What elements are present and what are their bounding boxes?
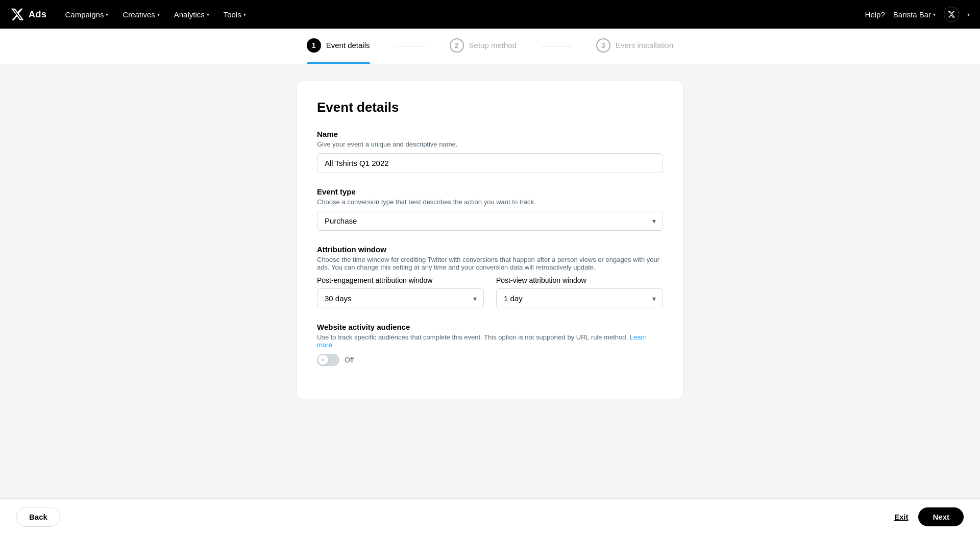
post-engagement-select[interactable]: 1 day 3 days 7 days 14 days 30 days	[317, 288, 484, 308]
help-link[interactable]: Help?	[865, 10, 885, 19]
x-logo-icon	[10, 7, 24, 21]
chevron-down-icon: ▾	[933, 12, 936, 17]
step-2-label: Setup method	[469, 41, 517, 50]
post-view-select[interactable]: 1 day 3 days 7 days 14 days 30 days	[496, 288, 663, 308]
step-event-installation[interactable]: 3 Event installation	[596, 38, 673, 55]
attribution-hint: Choose the time window for crediting Twi…	[317, 256, 663, 271]
footer-right: Exit Next	[894, 507, 964, 526]
nav-links: Campaigns ▾ Creatives ▾ Analytics ▾ Tool…	[59, 7, 861, 22]
nav-tools[interactable]: Tools ▾	[217, 7, 252, 22]
x-icon	[947, 10, 955, 18]
attribution-window-field-group: Attribution window Choose the time windo…	[317, 245, 663, 308]
post-engagement-col: Post-engagement attribution window 1 day…	[317, 276, 484, 308]
event-type-select-wrapper: Purchase Add to cart Checkout initiated …	[317, 211, 663, 231]
exit-button[interactable]: Exit	[894, 513, 909, 521]
step-setup-method[interactable]: 2 Setup method	[450, 38, 517, 55]
step-3-number: 3	[596, 38, 610, 53]
toggle-knob: ✕	[318, 355, 328, 365]
step-1-label: Event details	[326, 41, 370, 50]
event-type-hint: Choose a conversion type that best descr…	[317, 198, 663, 206]
stepper: 1 Event details 2 Setup method 3 Event i…	[0, 29, 980, 64]
name-hint: Give your event a unique and descriptive…	[317, 140, 663, 148]
nav-right: Help? Barista Bar ▾ ▾	[865, 7, 970, 22]
name-label: Name	[317, 130, 663, 138]
toggle-row: ✕ Off	[317, 354, 663, 366]
chevron-down-icon: ▾	[106, 12, 108, 17]
next-button[interactable]: Next	[918, 507, 964, 526]
footer: Back Exit Next	[0, 498, 980, 535]
chevron-down-icon: ▾	[207, 12, 209, 17]
brand-label: Ads	[29, 9, 47, 20]
event-type-label: Event type	[317, 187, 663, 196]
website-audience-field-group: Website activity audience Use to track s…	[317, 323, 663, 366]
step-divider-2	[541, 46, 572, 46]
brand-logo[interactable]: Ads	[10, 7, 47, 21]
step-1-number: 1	[307, 38, 321, 53]
step-divider-1	[395, 46, 425, 46]
account-button[interactable]: Barista Bar ▾	[893, 10, 936, 19]
step-2-number: 2	[450, 38, 464, 53]
event-type-field-group: Event type Choose a conversion type that…	[317, 187, 663, 231]
account-chevron-icon: ▾	[967, 12, 970, 17]
back-button[interactable]: Back	[16, 507, 60, 527]
attribution-row: Post-engagement attribution window 1 day…	[317, 276, 663, 308]
website-audience-label: Website activity audience	[317, 323, 663, 331]
top-navigation: Ads Campaigns ▾ Creatives ▾ Analytics ▾ …	[0, 0, 980, 29]
nav-analytics[interactable]: Analytics ▾	[168, 7, 215, 22]
form-card: Event details Name Give your event a uni…	[296, 81, 684, 399]
post-engagement-label: Post-engagement attribution window	[317, 276, 484, 284]
name-input[interactable]	[317, 153, 663, 173]
nav-campaigns[interactable]: Campaigns ▾	[59, 7, 115, 22]
step-3-label: Event installation	[616, 41, 673, 50]
event-type-select[interactable]: Purchase Add to cart Checkout initiated …	[317, 211, 663, 231]
post-view-col: Post-view attribution window 1 day 3 day…	[496, 276, 663, 308]
step-event-details[interactable]: 1 Event details	[307, 38, 370, 55]
chevron-down-icon: ▾	[243, 12, 246, 17]
form-title: Event details	[317, 100, 663, 115]
post-view-label: Post-view attribution window	[496, 276, 663, 284]
post-engagement-select-wrapper: 1 day 3 days 7 days 14 days 30 days ▾	[317, 288, 484, 308]
chevron-down-icon: ▾	[157, 12, 160, 17]
attribution-label: Attribution window	[317, 245, 663, 254]
website-audience-hint: Use to track specific audiences that com…	[317, 333, 663, 349]
main-content: Event details Name Give your event a uni…	[0, 64, 980, 498]
name-field-group: Name Give your event a unique and descri…	[317, 130, 663, 173]
x-account-icon[interactable]	[944, 7, 959, 22]
toggle-off-label: Off	[345, 356, 354, 364]
post-view-select-wrapper: 1 day 3 days 7 days 14 days 30 days ▾	[496, 288, 663, 308]
nav-creatives[interactable]: Creatives ▾	[116, 7, 165, 22]
website-audience-toggle[interactable]: ✕	[317, 354, 339, 366]
